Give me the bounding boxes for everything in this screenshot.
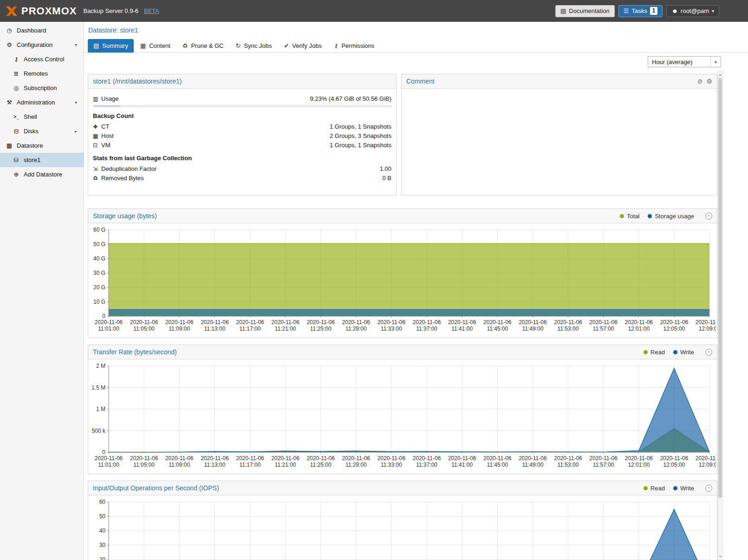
svg-text:40: 40 xyxy=(99,527,106,534)
summary-panel-title: store1 (/mnt/datastores/store1) xyxy=(93,78,182,85)
sidebar-item-configuration[interactable]: ⚙ Configuration ▾ xyxy=(0,38,84,52)
svg-text:11:17:00: 11:17:00 xyxy=(240,462,261,468)
sidebar-item-access-control[interactable]: ⚷ Access Control xyxy=(0,52,84,66)
minus-circle-icon: − xyxy=(708,214,710,218)
sidebar-item-datastore[interactable]: ▦ Datastore xyxy=(0,138,84,153)
svg-text:0: 0 xyxy=(102,313,105,319)
documentation-label: Documentation xyxy=(569,7,609,14)
scrollbar-thumb[interactable] xyxy=(718,78,722,498)
sidebar-item-disks[interactable]: ⊟ Disks ▸ xyxy=(0,124,84,138)
tab-summary[interactable]: ▤ Summary xyxy=(88,39,134,52)
sidebar-item-store1[interactable]: ⛁ store1 xyxy=(0,153,84,167)
svg-text:11:57:00: 11:57:00 xyxy=(593,326,614,332)
legend-item-write[interactable]: Write xyxy=(673,349,694,356)
legend-item-storage-usage[interactable]: Storage usage xyxy=(648,213,694,220)
beta-link[interactable]: BETA xyxy=(144,7,159,14)
comment-body[interactable] xyxy=(402,89,717,100)
tab-prune-gc[interactable]: ♻ Prune & GC xyxy=(177,39,229,52)
tab-label: Permissions xyxy=(341,42,374,49)
svg-text:2020-11-06: 2020-11-06 xyxy=(271,455,299,462)
documentation-button[interactable]: ▤ Documentation xyxy=(555,5,615,17)
svg-text:11:29:00: 11:29:00 xyxy=(345,462,367,468)
tab-permissions[interactable]: ⚷ Permissions xyxy=(328,39,380,52)
backup-row-ct: ❖ CT 1 Groups, 1 Snapshots xyxy=(93,122,391,131)
collapse-chart-button[interactable]: − xyxy=(705,485,712,492)
svg-text:2020-11-06: 2020-11-06 xyxy=(519,455,547,462)
svg-text:2020-11-06: 2020-11-06 xyxy=(201,319,229,326)
legend-label: Read xyxy=(650,485,665,492)
ct-label: CT xyxy=(101,123,109,130)
tab-content[interactable]: ▦ Content xyxy=(135,39,176,52)
tasks-count-badge: 1 xyxy=(650,7,658,15)
svg-text:2020-11-06: 2020-11-06 xyxy=(589,455,618,462)
sidebar-item-remotes[interactable]: ≣ Remotes xyxy=(0,66,84,81)
svg-text:11:37:00: 11:37:00 xyxy=(416,462,437,468)
svg-text:12:05:00: 12:05:00 xyxy=(663,462,685,468)
legend-item-read[interactable]: Read xyxy=(644,349,665,356)
sync-icon: ↻ xyxy=(236,42,241,49)
collapse-caret-icon[interactable]: ▾ xyxy=(75,100,77,105)
tab-label: Summary xyxy=(102,42,128,49)
storage-chart-canvas: 010 G20 G30 G40 G50 G60 G2020-11-0611:01… xyxy=(88,223,717,338)
svg-text:2020-11-06: 2020-11-06 xyxy=(660,455,689,462)
sidebar-item-administration[interactable]: ⚒ Administration ▾ xyxy=(0,95,84,110)
svg-text:11:45:00: 11:45:00 xyxy=(487,462,508,468)
svg-text:11:01:00: 11:01:00 xyxy=(98,462,119,468)
removed-bytes-value: 0 B xyxy=(382,175,391,182)
scrollbar-down-arrow-icon[interactable]: ▼ xyxy=(718,553,722,560)
vm-value: 1 Groups, 1 Snapshots xyxy=(330,142,391,149)
sidebar-item-add-datastore[interactable]: ⊕ Add Datastore xyxy=(0,167,84,182)
legend-dot-read xyxy=(644,350,648,354)
tab-verify-jobs[interactable]: ✔ Verify Jobs xyxy=(278,39,327,52)
svg-text:40 G: 40 G xyxy=(93,255,105,262)
svg-text:11:49:00: 11:49:00 xyxy=(522,462,543,468)
user-menu-button[interactable]: ☻ root@pam ▾ xyxy=(666,5,719,17)
database-icon: ⛁ xyxy=(13,156,20,163)
iops-chart-panel: Input/Output Operations per Second (IOPS… xyxy=(88,481,717,560)
sidebar-item-subscription[interactable]: ◎ Subscription xyxy=(0,81,84,95)
svg-text:11:13:00: 11:13:00 xyxy=(204,462,225,468)
svg-text:2020-11-06: 2020-11-06 xyxy=(236,319,264,326)
scrollbar-up-arrow-icon[interactable]: ▲ xyxy=(718,72,722,78)
backup-row-vm: ⊡ VM 1 Groups, 1 Snapshots xyxy=(93,141,391,150)
iops-chart-title: Input/Output Operations per Second (IOPS… xyxy=(93,484,219,492)
svg-text:2020-11-06: 2020-11-06 xyxy=(413,455,441,462)
sidebar-item-label: Shell xyxy=(24,113,37,120)
sidebar-item-label: Dashboard xyxy=(17,27,46,34)
book-icon: ▤ xyxy=(560,7,566,14)
ban-icon[interactable]: ⊘ xyxy=(697,78,703,85)
header-buttons: ▤ Documentation ☰ Tasks 1 ☻ root@pam ▾ xyxy=(555,5,719,17)
timeframe-select[interactable]: Hour (average) ▾ xyxy=(648,56,721,67)
usage-label: Usage xyxy=(101,95,119,102)
gear-icon[interactable]: ⚙ xyxy=(706,78,712,85)
svg-text:11:01:00: 11:01:00 xyxy=(98,326,119,332)
legend-item-read[interactable]: Read xyxy=(644,485,665,492)
collapse-chart-button[interactable]: − xyxy=(705,349,712,356)
svg-text:11:49:00: 11:49:00 xyxy=(522,326,543,332)
svg-text:2020-11-06: 2020-11-06 xyxy=(696,319,716,326)
dedup-row: ⇲ Deduplication Factor 1.00 xyxy=(93,164,391,173)
tab-sync-jobs[interactable]: ↻ Sync Jobs xyxy=(230,39,278,52)
removed-bytes-row: ♻ Removed Bytes 0 B xyxy=(93,174,391,182)
expand-caret-icon[interactable]: ▸ xyxy=(75,129,77,134)
content-scrollbar[interactable]: ▲ ▼ xyxy=(717,71,723,560)
svg-text:2020-11-06: 2020-11-06 xyxy=(236,455,264,462)
tasks-button[interactable]: ☰ Tasks 1 xyxy=(618,5,663,17)
svg-text:2 M: 2 M xyxy=(96,363,105,369)
combo-caret-icon[interactable]: ▾ xyxy=(710,57,721,67)
svg-text:2020-11-06: 2020-11-06 xyxy=(130,455,158,462)
svg-text:2020-11-06: 2020-11-06 xyxy=(201,455,229,462)
tab-label: Verify Jobs xyxy=(292,42,322,49)
sidebar-item-shell[interactable]: >_ Shell xyxy=(0,110,84,124)
legend-item-total[interactable]: Total xyxy=(620,213,639,220)
svg-text:2020-11-06: 2020-11-06 xyxy=(306,455,335,462)
sidebar-item-dashboard[interactable]: ◷ Dashboard xyxy=(0,23,84,38)
host-icon: ▦ xyxy=(93,133,101,139)
collapse-chart-button[interactable]: − xyxy=(705,213,712,220)
sidebar-item-label: Administration xyxy=(17,99,55,106)
collapse-caret-icon[interactable]: ▾ xyxy=(75,42,77,47)
svg-text:2020-11-06: 2020-11-06 xyxy=(448,455,476,462)
legend-item-write[interactable]: Write xyxy=(673,485,694,492)
svg-text:2020-11-06: 2020-11-06 xyxy=(625,455,653,462)
svg-text:12:01:00: 12:01:00 xyxy=(628,462,650,468)
